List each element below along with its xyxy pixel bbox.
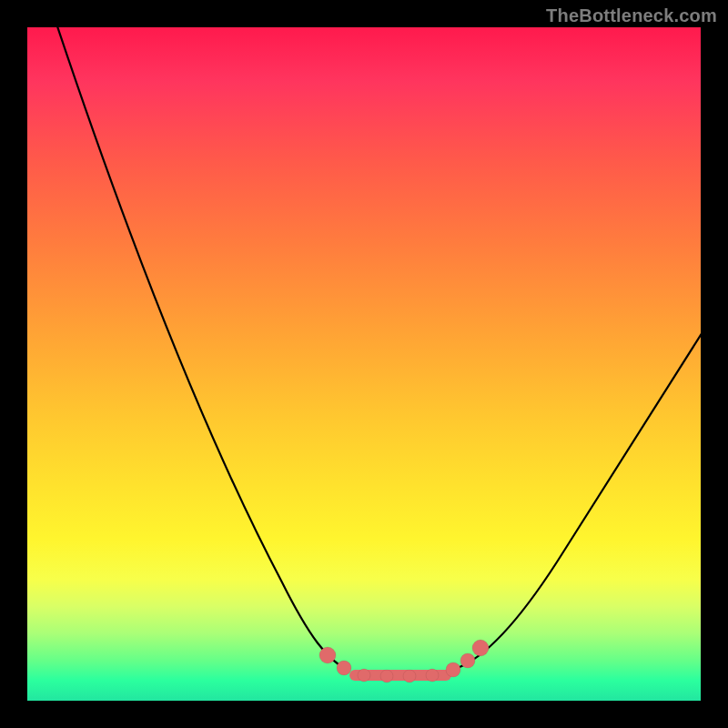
watermark-text: TheBottleneck.com (546, 5, 717, 26)
curve-right-branch (455, 332, 701, 669)
marker-dot (380, 670, 393, 682)
chart-frame: TheBottleneck.com (0, 0, 728, 728)
marker-dot (460, 653, 475, 668)
marker-dot (426, 669, 439, 682)
marker-dot (358, 669, 370, 682)
plot-area (27, 27, 701, 701)
bottleneck-curve (27, 27, 701, 701)
marker-dot (319, 647, 336, 663)
marker-dot (403, 670, 416, 682)
marker-dot (472, 640, 489, 656)
marker-dot (446, 662, 460, 677)
curve-left-branch (55, 27, 346, 669)
marker-dot (337, 661, 351, 675)
